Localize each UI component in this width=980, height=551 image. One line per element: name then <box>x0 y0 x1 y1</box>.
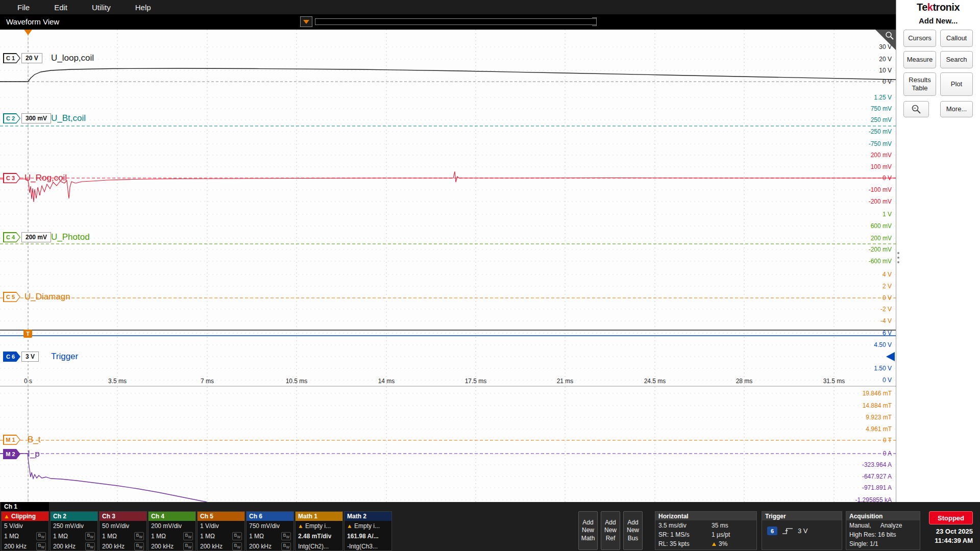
scale-label: 100 mV <box>871 163 892 170</box>
channel-badge-c4[interactable]: C 4200 mV <box>3 232 51 242</box>
sidebar-button-results-table[interactable]: Results Table <box>903 72 936 96</box>
channel-badge-m1[interactable]: M 1 <box>3 435 20 445</box>
menu-file[interactable]: File <box>5 0 42 14</box>
channel-settings-header: Math 1 <box>296 512 342 521</box>
channel-settings-row: Empty i... <box>296 521 342 531</box>
sidebar-button-more[interactable]: More... <box>940 101 973 117</box>
channel-badge-c2[interactable]: C 2300 mV <box>3 113 51 123</box>
add-new-bus-button[interactable]: AddNewBus <box>623 511 643 550</box>
scale-label: 200 mV <box>871 152 892 159</box>
trigger-position-marker[interactable] <box>24 30 32 35</box>
scale-label: -971.891 A <box>862 484 892 491</box>
scale-label: -323.964 A <box>862 461 892 468</box>
channel-settings-row: 1 MΩBW <box>51 531 97 541</box>
scale-label: 4 V <box>883 271 892 278</box>
bandwidth-limit-icon: BW <box>134 542 144 550</box>
channel-tab-ch1[interactable]: Ch 1 <box>1 502 49 511</box>
waveform-view-title-bar: Waveform View <box>0 14 896 30</box>
sidebar-button-cursors[interactable]: Cursors <box>903 30 936 47</box>
channel-scale-value-c2[interactable]: 300 mV <box>21 113 51 123</box>
channel-settings-math1[interactable]: Math 1Empty i...2.48 mT/divIntg(Ch2)... <box>295 511 343 551</box>
waveform-graticule[interactable]: 30 V20 V10 V0 V1.25 V750 mV250 mV-250 mV… <box>0 30 896 502</box>
zoom-tool-button[interactable] <box>903 101 929 117</box>
channel-settings-row: 1 MΩBW <box>149 531 195 541</box>
warning-icon <box>712 542 716 545</box>
panel-splitter-handle[interactable] <box>897 252 899 263</box>
channel-label-c5[interactable]: U_Diamagn <box>24 292 70 302</box>
channel-badge-m2[interactable]: M 2 <box>3 449 20 459</box>
bandwidth-limit-icon: BW <box>232 542 242 550</box>
channel-label-c6[interactable]: Trigger <box>51 352 78 362</box>
channel-settings-row: 1 MΩBW <box>100 531 146 541</box>
channel-scale-value-c1[interactable]: 20 V <box>21 53 42 63</box>
channel-scale-value-c6[interactable]: 3 V <box>21 352 39 362</box>
channel-label-c2[interactable]: U_Bt,coil <box>51 113 86 123</box>
time-label: 21 ms <box>557 378 574 385</box>
channel-label-c4[interactable]: U_Photod <box>51 232 90 242</box>
trigger-position-percent: 3% <box>719 540 727 547</box>
channel-settings-row: 1 MΩBW <box>247 531 293 541</box>
channel-settings-ch6[interactable]: Ch 6750 mV/div1 MΩBW200 kHzBW <box>246 511 294 551</box>
channel-badge-arrow: C 1 <box>3 53 20 63</box>
trace-u-rog-coil[interactable] <box>0 171 896 202</box>
channel-badge-arrow: C 3 <box>3 173 20 183</box>
add-new-math-button[interactable]: AddNewMath <box>578 511 598 550</box>
channel-settings-math2[interactable]: Math 2Empty i...161.98 A/...-Intg(Ch3... <box>344 511 392 551</box>
time-label: 10.5 ms <box>286 378 308 385</box>
add-new-header: Add New... <box>896 16 980 25</box>
trace-u-loop-coil[interactable] <box>0 68 896 82</box>
channel-settings-header: Ch 2 <box>51 512 97 521</box>
channel-label-m2[interactable]: I_p <box>28 449 40 459</box>
channel-settings-row: 200 kHzBW <box>2 541 48 551</box>
channel-badge-c6[interactable]: C 63 V <box>3 352 39 362</box>
scale-label: 1.25 V <box>874 94 892 101</box>
channel-label-c1[interactable]: U_loop,coil <box>51 53 94 63</box>
channel-settings-ch3[interactable]: Ch 350 mV/div1 MΩBW200 kHzBW <box>99 511 147 551</box>
trigger-panel[interactable]: Trigger 6 3 V <box>762 511 842 550</box>
acquisition-panel-title: Acquisition <box>846 512 920 520</box>
acquisition-panel[interactable]: Acquisition Manual,Analyze High Res: 16 … <box>846 511 920 550</box>
channel-label-c3[interactable]: U_Rog,coil <box>24 173 67 183</box>
trigger-level-marker[interactable] <box>886 352 895 361</box>
zoom-overview-icon[interactable] <box>300 16 312 27</box>
channel-settings-ch4[interactable]: Ch 4200 mV/div1 MΩBW200 kHzBW <box>148 511 196 551</box>
run-stop-button[interactable]: Stopped <box>929 511 973 524</box>
time-label: 14 ms <box>378 378 395 385</box>
menu-edit[interactable]: Edit <box>42 0 80 14</box>
sidebar-button-callout[interactable]: Callout <box>940 30 973 47</box>
scale-label: 1 V <box>883 211 892 218</box>
scale-label: -4 V <box>880 317 892 324</box>
sidebar-button-plot[interactable]: Plot <box>940 72 973 96</box>
magnifier-icon <box>885 31 895 41</box>
time-label: 17.5 ms <box>465 378 487 385</box>
trace-i-p[interactable] <box>0 454 207 502</box>
channel-settings-row: 2.48 mT/div <box>296 531 342 541</box>
channel-settings-ch5[interactable]: Ch 51 V/div1 MΩBW200 kHzBW <box>197 511 245 551</box>
draw-a-box-zoom-corner[interactable] <box>875 30 896 50</box>
add-new-ref-button[interactable]: AddNewRef <box>601 511 620 550</box>
channel-badge-arrow: M 2 <box>3 449 20 459</box>
horizontal-panel[interactable]: Horizontal 3.5 ms/div 35 ms SR: 1 MS/s 1… <box>655 511 757 550</box>
channel-scale-value-c4[interactable]: 200 mV <box>21 232 51 242</box>
menu-help[interactable]: Help <box>123 0 163 14</box>
sidebar-button-measure[interactable]: Measure <box>903 51 936 68</box>
channel-settings-ch1[interactable]: Clipping5 V/div1 MΩBW200 kHzBW <box>1 511 49 551</box>
acquisition-analyze: Analyze <box>880 522 902 529</box>
channel-settings-header: Clipping <box>2 512 48 521</box>
channel-settings-ch2[interactable]: Ch 2250 mV/div1 MΩBW200 kHzBW <box>50 511 98 551</box>
scale-label: -250 mV <box>869 128 892 135</box>
date-label: 23 Oct 2025 <box>936 528 973 535</box>
bandwidth-limit-icon: BW <box>232 532 242 540</box>
channel-badge-c1[interactable]: C 120 V <box>3 53 42 63</box>
trigger-time-flag[interactable]: T <box>23 330 32 338</box>
channel-badge-arrow: M 1 <box>3 435 20 445</box>
channel-badge-c5[interactable]: C 5 <box>3 292 20 302</box>
channel-settings-row: 200 mV/div <box>149 521 195 531</box>
menu-utility[interactable]: Utility <box>80 0 123 14</box>
waveform-canvas[interactable]: 30 V20 V10 V0 V1.25 V750 mV250 mV-250 mV… <box>0 30 896 502</box>
record-overview-bar[interactable] <box>315 18 597 25</box>
horizontal-scale: 3.5 ms/div <box>658 522 712 529</box>
channel-badge-c3[interactable]: C 3 <box>3 173 20 183</box>
sidebar-button-search[interactable]: Search <box>940 51 973 68</box>
channel-label-m1[interactable]: B_t <box>28 435 41 445</box>
